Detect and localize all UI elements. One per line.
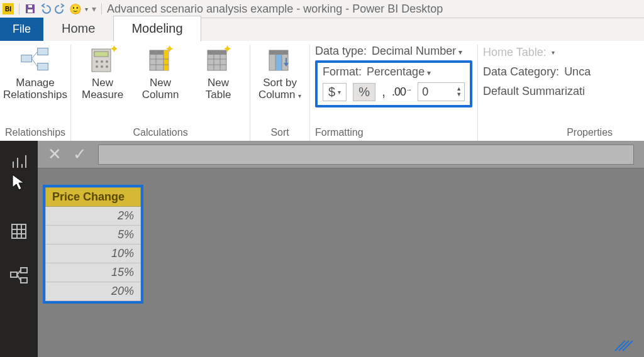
table-row[interactable]: 5% (46, 226, 141, 244)
svg-point-15 (106, 65, 108, 68)
group-label-properties: Properties (567, 127, 615, 140)
data-table: Price Change 2% 5% 10% 15% 20% (43, 185, 143, 304)
cancel-formula-icon[interactable]: ✕ (48, 145, 62, 164)
qat-overflow[interactable]: ▾ (92, 4, 96, 14)
redo-icon[interactable] (55, 3, 66, 14)
group-formatting: Data type: Decimal Number Format: Percen… (310, 45, 478, 141)
table-row[interactable]: 20% (46, 282, 141, 301)
cell[interactable]: 10% (46, 244, 141, 263)
data-category-row[interactable]: Data Category: Unca (483, 65, 615, 79)
model-view-button[interactable] (6, 263, 31, 288)
svg-rect-46 (11, 272, 17, 277)
view-switcher (0, 141, 38, 357)
feedback-smiley-icon[interactable]: 🙂 (70, 3, 81, 14)
table-row[interactable]: 15% (46, 263, 141, 282)
group-sort: Sort byColumn ▾ Sort (250, 45, 310, 141)
new-table-icon: ✦ (203, 45, 233, 75)
save-icon[interactable] (25, 3, 36, 14)
formula-bar: ✕ ✓ (38, 141, 644, 168)
caret-down-icon[interactable]: ▼ (456, 92, 462, 97)
commit-formula-icon[interactable]: ✓ (73, 145, 87, 164)
watermark-logo (613, 336, 638, 353)
svg-point-11 (101, 60, 103, 63)
caret-down-icon: ▾ (552, 49, 555, 56)
svg-rect-41 (12, 224, 26, 238)
relationships-icon (20, 45, 50, 75)
formatting-highlight-box: Format: Percentage $▾ % , .0͏0→ ▲▼ (315, 60, 472, 107)
manage-relationships-button[interactable]: ManageRelationships (9, 45, 62, 101)
svg-point-12 (106, 60, 108, 63)
data-type-row[interactable]: Data type: Decimal Number (315, 45, 462, 58)
percent-format-button[interactable]: % (353, 83, 375, 101)
cell[interactable]: 5% (46, 226, 141, 244)
data-category-label: Data Category: (483, 65, 559, 79)
svg-point-13 (96, 65, 98, 68)
svg-rect-33 (269, 50, 288, 55)
group-properties: Home Table: ▾ Data Category: Unca Defaul… (478, 45, 620, 141)
data-view-button[interactable] (6, 219, 31, 244)
currency-format-button[interactable]: $▾ (323, 83, 347, 101)
data-category-value: Unca (564, 65, 591, 79)
workspace: ✕ ✓ Price Change 2% 5% 10% 15% 20% (0, 141, 644, 357)
svg-rect-48 (21, 278, 27, 283)
sort-by-column-label: Sort byColumn ▾ (258, 77, 301, 101)
quick-access-toolbar: 🙂 ▾ ▾ (25, 3, 96, 14)
cell[interactable]: 20% (46, 282, 141, 301)
decimal-places-input[interactable] (418, 84, 453, 100)
app-icon: BI (3, 3, 14, 14)
undo-icon[interactable] (40, 3, 51, 14)
svg-rect-3 (21, 55, 32, 62)
home-table-label: Home Table: (483, 46, 547, 59)
cell[interactable]: 2% (46, 207, 141, 226)
spinner-arrows[interactable]: ▲▼ (453, 86, 464, 97)
new-table-button[interactable]: ✦ NewTable (192, 45, 245, 101)
new-table-label: NewTable (206, 77, 231, 101)
svg-rect-47 (21, 268, 27, 273)
sort-icon (265, 45, 295, 75)
default-summarization-row[interactable]: Default Summarizati (483, 85, 615, 98)
separator (19, 3, 19, 14)
cell[interactable]: 15% (46, 263, 141, 282)
group-label-relationships: Relationships (5, 127, 65, 140)
group-label-sort: Sort (270, 127, 289, 140)
svg-rect-4 (38, 48, 48, 55)
table-row[interactable]: 10% (46, 244, 141, 263)
separator (101, 3, 102, 14)
group-calculations: ✦ NewMeasure ✦ (71, 45, 250, 141)
formula-input[interactable] (98, 145, 634, 165)
thousands-separator-button[interactable]: , (382, 84, 386, 100)
decimal-places-spinner[interactable]: ▲▼ (418, 82, 465, 101)
svg-text:✦: ✦ (109, 45, 117, 55)
svg-rect-1 (28, 9, 33, 13)
home-table-row[interactable]: Home Table: ▾ (483, 46, 615, 59)
tab-file[interactable]: File (0, 18, 43, 41)
svg-rect-34 (275, 55, 282, 70)
format-value: Percentage (367, 65, 431, 79)
new-column-button[interactable]: ✦ NewColumn (134, 45, 187, 101)
new-measure-label: NewMeasure (82, 77, 123, 101)
group-label-calculations: Calculations (133, 127, 187, 140)
table-row[interactable]: 2% (46, 207, 141, 226)
svg-line-7 (31, 58, 37, 67)
ribbon-tabs: File Home Modeling (0, 18, 644, 41)
sort-by-column-button[interactable]: Sort byColumn ▾ (255, 45, 304, 101)
svg-text:✦: ✦ (165, 45, 174, 55)
format-label: Format: (323, 65, 362, 79)
svg-point-10 (96, 60, 98, 63)
column-header-price-change[interactable]: Price Change (46, 188, 141, 207)
report-view-button[interactable] (6, 150, 31, 175)
ribbon: ManageRelationships Relationships ✦ NewM… (0, 41, 644, 141)
qat-more-caret[interactable]: ▾ (85, 6, 88, 13)
window-title: Advanced scenario analysis example - wor… (107, 3, 641, 16)
new-measure-icon: ✦ (87, 45, 118, 75)
data-type-label: Data type: (315, 45, 367, 58)
svg-text:✦: ✦ (223, 45, 232, 55)
new-measure-button[interactable]: ✦ NewMeasure (76, 45, 129, 101)
data-type-value: Decimal Number (372, 45, 462, 58)
tab-home[interactable]: Home (43, 16, 113, 41)
format-row[interactable]: Format: Percentage (323, 65, 465, 79)
tab-modeling[interactable]: Modeling (113, 16, 201, 41)
svg-rect-9 (94, 52, 108, 57)
decimal-places-icon[interactable]: .0͏0→ (392, 85, 411, 99)
new-column-label: NewColumn (142, 77, 179, 101)
